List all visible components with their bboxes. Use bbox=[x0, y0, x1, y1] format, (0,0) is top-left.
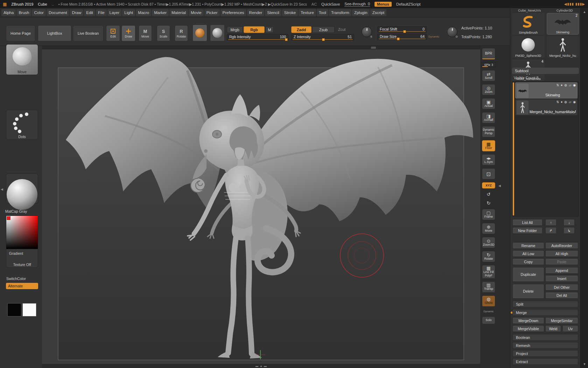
draw-size-slider[interactable]: Draw Size 64 bbox=[377, 34, 427, 40]
menu-alpha[interactable]: Alpha bbox=[1, 9, 16, 16]
color-picker[interactable] bbox=[6, 216, 38, 249]
split-section[interactable]: Split bbox=[512, 301, 578, 307]
eye-visibility-icon[interactable]: ◉ bbox=[573, 83, 576, 87]
menu-edit[interactable]: Edit bbox=[84, 9, 95, 16]
sculpt-icon[interactable]: ▱ bbox=[569, 100, 571, 104]
reorder-icon[interactable]: ⇅ bbox=[556, 100, 559, 104]
menu-zscript[interactable]: Zscript bbox=[370, 9, 387, 16]
m-toggle[interactable]: M bbox=[265, 26, 274, 33]
canvas-bottom-scrollbar[interactable]: ▬▲▬ bbox=[42, 364, 480, 368]
extract-section[interactable]: Extract bbox=[512, 358, 578, 365]
tool-simplebrush[interactable]: SimpleBrush bbox=[512, 13, 545, 35]
focal-shift-slider[interactable]: Focal Shift 0 bbox=[377, 26, 427, 33]
menu-texture[interactable]: Texture bbox=[299, 9, 316, 16]
insert-button[interactable]: Insert bbox=[545, 275, 578, 282]
h-scroll-handle[interactable] bbox=[371, 47, 376, 49]
scroll-right-notch[interactable]: ▬ bbox=[264, 364, 267, 368]
pivot-button[interactable]: ⊡ bbox=[482, 168, 495, 179]
all-low-button[interactable]: All Low bbox=[512, 250, 544, 257]
menu-stroke[interactable]: Stroke bbox=[282, 9, 298, 16]
subtool-scrollbar[interactable] bbox=[513, 82, 514, 216]
menu-movie[interactable]: Movie bbox=[189, 9, 204, 16]
local-symmetry-button[interactable]: ◂▸L.Sym bbox=[482, 154, 495, 165]
del-all-button[interactable]: Del All bbox=[545, 292, 578, 299]
dynamic-knob[interactable]: D bbox=[447, 27, 458, 38]
rotate-viewport-button[interactable]: ↻Rotate bbox=[482, 251, 495, 262]
see-through-slider[interactable]: See-through 0 bbox=[344, 2, 370, 7]
subtool-down-button[interactable]: ↓ bbox=[564, 219, 575, 226]
scale-mode-button[interactable]: S Scale bbox=[157, 25, 170, 41]
menu-transform[interactable]: Transform bbox=[329, 9, 351, 16]
menu-picker[interactable]: Picker bbox=[204, 9, 220, 16]
all-high-button[interactable]: All High bbox=[545, 250, 578, 257]
polypaint-half-icon[interactable]: ◍ bbox=[564, 100, 567, 104]
tool-skinwing[interactable]: 2 Skinwing bbox=[547, 13, 579, 35]
tool-merged-human[interactable]: Merged_Nickz_hu bbox=[547, 36, 579, 58]
merge-section[interactable]: Merge bbox=[512, 309, 578, 316]
window-controls[interactable]: ◀▮▮▮ ▮▮▮▶ bbox=[564, 2, 585, 6]
polypaint-on-icon[interactable]: ● bbox=[561, 100, 562, 104]
current-material-button[interactable] bbox=[210, 25, 225, 41]
transp-button[interactable]: ▥Transp bbox=[482, 281, 495, 293]
menu-color[interactable]: Color bbox=[32, 9, 46, 16]
dynamic-persp-button[interactable]: DynamicPersp bbox=[482, 126, 495, 137]
draw-mode-button[interactable]: Draw bbox=[121, 25, 135, 41]
delete-button[interactable]: Delete bbox=[512, 284, 544, 299]
polypaint-on-icon[interactable]: ● bbox=[561, 83, 562, 87]
zoom3d-button[interactable]: ⊙Zoom3D bbox=[482, 237, 495, 248]
viewport-3d[interactable] bbox=[42, 46, 480, 368]
live-boolean-toggle[interactable]: Live Boolean bbox=[73, 25, 104, 41]
menu-preferences[interactable]: Preferences bbox=[220, 9, 246, 16]
reorder-icon[interactable]: ⇅ bbox=[556, 83, 559, 87]
left-tray-collapse-arrow[interactable]: ◀ bbox=[1, 188, 3, 191]
rgb-toggle[interactable]: Rgb bbox=[244, 26, 265, 33]
edit-mode-button[interactable]: Edit bbox=[106, 25, 120, 41]
zsub-toggle[interactable]: Zsub bbox=[312, 26, 335, 33]
spin-right-icon[interactable]: ↻ bbox=[482, 200, 495, 206]
menu-file[interactable]: File bbox=[96, 9, 107, 16]
rename-button[interactable]: Rename bbox=[512, 242, 544, 249]
menu-stencil[interactable]: Stencil bbox=[265, 9, 281, 16]
scroll-up-notch[interactable]: ▲ bbox=[260, 364, 262, 368]
saturation-square[interactable] bbox=[10, 216, 38, 249]
scroll-down-arrow[interactable]: ▼ bbox=[581, 362, 588, 366]
stroke-tile[interactable]: Dots bbox=[6, 110, 38, 140]
menus-toggle[interactable]: Menus bbox=[374, 2, 392, 7]
default-zscript-button[interactable]: DefaultZScript bbox=[396, 2, 421, 6]
spix-slider[interactable]: SPix 3 bbox=[481, 62, 496, 67]
scroll-button[interactable]: ⇄Scroll bbox=[482, 70, 495, 81]
uv-button[interactable]: Uv bbox=[562, 325, 578, 332]
canvas-h-scrollbar[interactable] bbox=[42, 46, 480, 49]
material-tile[interactable] bbox=[6, 179, 38, 214]
stroke-knob[interactable]: S bbox=[361, 27, 372, 38]
xyz-symmetry-button[interactable]: XYZ bbox=[482, 182, 495, 189]
ghost-button[interactable]: ◍Ghost bbox=[482, 295, 495, 307]
bpr-render-button[interactable]: BPR bbox=[482, 48, 495, 59]
tool-cube-label[interactable]: Cube_NewUVs bbox=[518, 8, 541, 12]
list-all-button[interactable]: List All bbox=[512, 219, 542, 226]
tool-cylinder-label[interactable]: Cylinder3D bbox=[556, 8, 573, 12]
frame-button[interactable]: ▢Frame bbox=[482, 209, 495, 220]
autoreorder-button[interactable]: AutoReorder bbox=[545, 242, 578, 249]
secondary-color-swatch[interactable] bbox=[22, 303, 36, 316]
menu-zplugin[interactable]: Zplugin bbox=[352, 9, 370, 16]
menu-brush[interactable]: Brush bbox=[16, 9, 31, 16]
sculpt-icon[interactable]: ▱ bbox=[569, 83, 571, 87]
menu-layer[interactable]: Layer bbox=[107, 9, 122, 16]
rgb-intensity-slider[interactable]: Rgb Intensity 100 bbox=[227, 34, 288, 41]
subtool-section-header[interactable]: Subtool bbox=[512, 68, 579, 74]
menu-marker[interactable]: Marker bbox=[152, 9, 169, 16]
z-intensity-slider[interactable]: Z Intensity 51 bbox=[291, 34, 354, 41]
append-button[interactable]: Append bbox=[545, 267, 578, 274]
right-tray-collapse-arrow[interactable]: ◀ bbox=[498, 184, 501, 188]
folder-up-button[interactable]: ↱ bbox=[545, 227, 556, 234]
move-viewport-button[interactable]: ⊕Move bbox=[482, 223, 495, 234]
scroll-up-arrow[interactable]: ▲ bbox=[581, 10, 588, 14]
floor-button[interactable]: ▦Floor bbox=[482, 140, 495, 151]
polypaint-half-icon[interactable]: ◍ bbox=[564, 83, 567, 87]
aahalf-button[interactable]: ◨AAHalf bbox=[482, 112, 495, 123]
zcut-toggle[interactable]: Zcut bbox=[338, 27, 345, 32]
menu-light[interactable]: Light bbox=[122, 9, 135, 16]
alternate-button[interactable]: Alternate bbox=[6, 283, 38, 289]
project-section[interactable]: Project bbox=[512, 350, 578, 357]
